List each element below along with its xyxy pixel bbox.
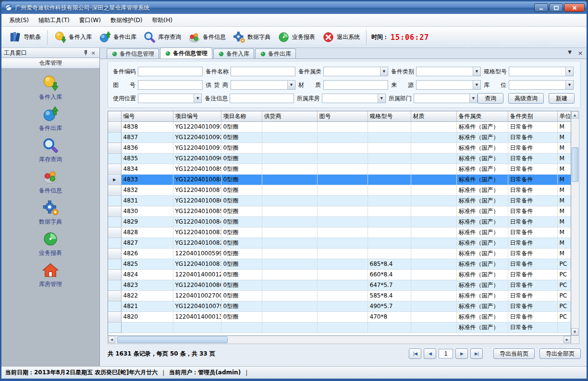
row-header[interactable] [108, 301, 121, 311]
table-row[interactable]: 4830YG122040100850型圈标准件（国产）日常备件M [108, 206, 571, 216]
table-row[interactable]: 4828YG122040100830型圈标准件（国产）日常备件M [108, 227, 571, 238]
table-row[interactable]: 4832YG122040100870型圈标准件（国产）日常备件M [108, 185, 571, 195]
search-input[interactable] [138, 80, 203, 90]
sidebar-item-data-dict[interactable]: 数据字典 [22, 199, 79, 226]
row-header[interactable] [108, 206, 121, 216]
row-header[interactable] [108, 322, 121, 333]
tab-1[interactable]: 备件信息管理 [160, 48, 212, 59]
next-page-button[interactable]: ▶ [455, 348, 468, 359]
close-panel-icon[interactable]: × [89, 49, 97, 57]
column-header[interactable]: 编号 [121, 111, 173, 121]
table-row[interactable]: 标准件（国产）日常备件 [108, 322, 571, 333]
vertical-scrollbar[interactable]: ▲ ▼ [571, 111, 579, 336]
tab-close-icon[interactable]: × [577, 49, 584, 57]
toolbar-button-stock-query[interactable]: 库存查询 [140, 29, 184, 46]
table-row[interactable]: 4834YG122040100890型圈标准件（国产）日常备件M [108, 164, 571, 174]
column-header[interactable]: 供货商 [262, 111, 317, 121]
table-row[interactable]: 4838YG122040100930型圈标准件（国产）日常备件M [108, 121, 571, 132]
toolbar-button-data-dict[interactable]: 数据字典 [229, 29, 274, 46]
row-header[interactable] [108, 216, 121, 227]
scroll-left-icon[interactable]: ◀ [108, 336, 115, 343]
sidebar-item-parts-in[interactable]: 备件入库 [22, 74, 79, 101]
row-header[interactable] [108, 227, 121, 238]
tab-0[interactable]: 备件信息管理 [107, 48, 159, 59]
toolbar-button-parts-in[interactable]: 备件入库 [50, 29, 95, 46]
close-button[interactable] [564, 3, 585, 12]
pin-icon[interactable] [82, 49, 89, 57]
menu-item[interactable]: 辅助工具(T) [34, 14, 74, 26]
row-header[interactable] [108, 311, 121, 322]
tab-list-dropdown-icon[interactable]: ▼ [566, 49, 573, 57]
toolbar-button-report[interactable]: 业务报表 [274, 29, 318, 46]
search-dropdown[interactable]: ▼ [414, 94, 478, 103]
column-header[interactable]: 项目名称 [221, 111, 262, 121]
hscroll-thumb[interactable] [117, 336, 228, 343]
row-header[interactable] [108, 248, 121, 259]
tab-2[interactable]: 备件入库 [213, 48, 254, 59]
column-header[interactable]: 备件类别 [508, 111, 557, 121]
menu-item[interactable]: 数据维护(D) [106, 14, 147, 26]
selected-row-indicator[interactable]: ▶ [108, 174, 121, 185]
toolbar-button-navbar[interactable]: 导航条 [5, 29, 44, 46]
table-row[interactable]: 4835YG122040100900型圈标准件（国产）日常备件M [108, 153, 571, 164]
search-dropdown[interactable]: ▼ [323, 67, 388, 76]
advanced-query-button[interactable]: 高级查询 [508, 93, 544, 104]
search-input[interactable] [231, 67, 295, 76]
minimize-button[interactable] [534, 3, 548, 12]
menu-item[interactable]: 窗口(W) [74, 14, 106, 26]
column-header[interactable]: 图号 [317, 111, 368, 121]
row-header[interactable] [108, 153, 121, 164]
query-button[interactable]: 查询 [478, 93, 503, 104]
search-dropdown[interactable]: ▼ [231, 80, 295, 90]
table-row[interactable]: 4827YG122040100820型圈标准件（国产）日常备件M [108, 238, 571, 248]
page-number-input[interactable] [439, 349, 453, 358]
search-input[interactable] [230, 94, 294, 103]
row-header[interactable] [108, 259, 121, 269]
table-row[interactable]: 4837YG122040100920型圈标准件（国产）日常备件M [108, 132, 571, 143]
search-dropdown[interactable]: ▼ [416, 67, 481, 76]
row-header[interactable] [108, 132, 121, 143]
sidebar-item-house[interactable]: 库房管理 [22, 262, 79, 288]
row-header[interactable] [108, 290, 121, 301]
scroll-up-icon[interactable]: ▲ [571, 111, 578, 119]
search-dropdown[interactable]: ▼ [138, 94, 202, 103]
table-row[interactable]: 482212204010027000型圈585*8.4标准件（国产）日常备件PC [108, 290, 571, 301]
scroll-down-icon[interactable]: ▼ [571, 328, 578, 335]
column-header[interactable]: 备件属类 [456, 111, 508, 121]
table-row[interactable]: 4829YG122040100840型圈标准件（国产）日常备件M [108, 216, 571, 227]
table-row[interactable]: ▶4833YG122040100880型圈标准件（国产）日常备件M [108, 174, 571, 185]
prev-page-button[interactable]: ◀ [424, 348, 436, 359]
row-header[interactable] [108, 269, 121, 280]
toolbar-button-exit[interactable]: 退出系统 [318, 29, 363, 46]
vscroll-thumb[interactable] [572, 147, 578, 182]
sidebar-item-report[interactable]: 业务报表 [22, 230, 79, 257]
table-row[interactable]: 4831YG122040100860型圈标准件（国产）日常备件M [108, 195, 571, 206]
sidebar-item-parts-info[interactable]: 备件信息 [22, 168, 79, 195]
export-all-pages-button[interactable]: 导出全部页 [539, 348, 581, 359]
search-dropdown[interactable]: ▼ [322, 94, 386, 103]
sidebar-item-stock-query[interactable]: 库存查询 [22, 137, 79, 164]
maximize-button[interactable] [549, 3, 563, 12]
row-header[interactable] [108, 143, 121, 153]
table-row[interactable]: 4825YG122040100810型圈685*8.4标准件（国产）日常备件PC [108, 259, 571, 269]
table-row[interactable]: 4823YG122040100800型圈647*5.7标准件（国产）日常备件PC [108, 280, 571, 290]
menu-item[interactable]: 帮助(H) [147, 14, 177, 26]
toolbar-button-parts-out[interactable]: 备件出库 [95, 29, 140, 46]
row-header[interactable] [108, 121, 121, 132]
table-row[interactable]: 482012204014000130型圈470*8标准件（国产）日常备件PC [108, 311, 571, 322]
row-header[interactable] [108, 195, 121, 206]
search-dropdown[interactable]: ▼ [509, 67, 574, 76]
search-dropdown[interactable]: ▼ [509, 80, 574, 90]
sidebar-item-parts-out[interactable]: 备件出库 [22, 106, 79, 132]
new-button[interactable]: 新建 [549, 93, 575, 104]
column-header[interactable]: 规格型号 [368, 111, 411, 121]
table-row[interactable]: 4821YG122040100790型圈490*5.7标准件（国产）日常备件PC [108, 301, 571, 311]
first-page-button[interactable]: |◀ [409, 348, 421, 359]
sidebar-group-header[interactable]: 仓库管理 [1, 58, 99, 69]
table-row[interactable]: 482412204014000120型圈660*8.4标准件（国产）日常备件PC [108, 269, 571, 280]
search-input[interactable] [138, 67, 203, 76]
search-dropdown[interactable]: ▼ [416, 80, 481, 90]
horizontal-scrollbar[interactable]: ◀ ▶ [108, 336, 571, 344]
column-header[interactable]: 材质 [411, 111, 456, 121]
toolbar-button-parts-info[interactable]: 备件信息 [184, 29, 229, 46]
